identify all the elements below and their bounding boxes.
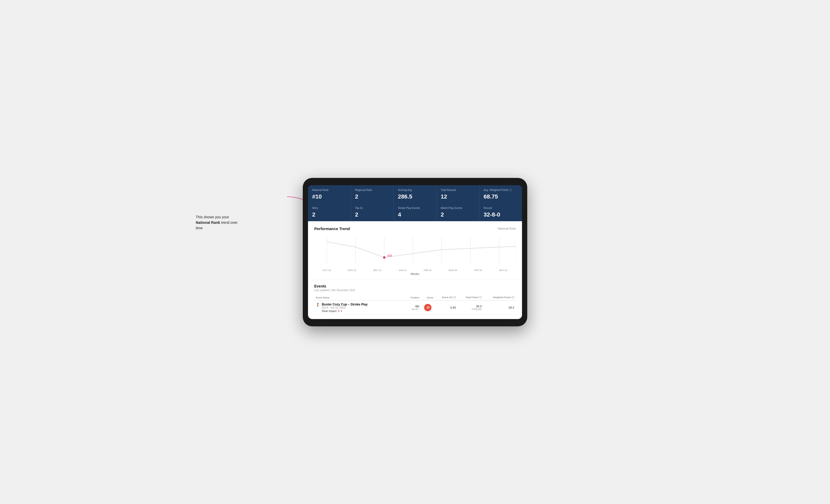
stat-record: Record 32-8-0 [479, 203, 522, 221]
stats-row-1: National Rank #10 Regional Rank 2 Scorin… [308, 185, 522, 203]
col-position: Position [405, 295, 421, 301]
weighted-points: 28.3 [483, 300, 516, 314]
stat-top3s: Top 3s 2 [351, 203, 393, 221]
total-points: 28.3 3 Rounds [457, 300, 483, 314]
event-name-cell: 🏌 Buster Cozy Cup – Stroke Play Oct 9 - … [314, 300, 405, 314]
golf-icon: 🏌 [316, 303, 320, 307]
event-name: Buster Cozy Cup – Stroke Play [322, 303, 368, 306]
events-last-updated: Last updated: 24th November 2023 [314, 289, 516, 292]
annotation-text: This shows you your National Rank trend … [196, 214, 243, 231]
chart-area: #10 [314, 234, 516, 268]
col-score: Score [421, 295, 435, 301]
tablet-screen: National Rank #10 Regional Rank 2 Scorin… [308, 185, 522, 319]
event-sg: 0.45 [435, 300, 457, 314]
stat-stroke-play-events: Stroke Play Events 4 [393, 203, 436, 221]
event-date: Oct 9 - Oct 10, 2023 [322, 306, 368, 309]
svg-text:#10: #10 [387, 254, 392, 257]
rank-impact-down-icon: ▼ [340, 310, 343, 312]
event-score: -22 [421, 300, 435, 314]
stat-match-play-events: Match Play Events 2 [437, 203, 479, 221]
events-table: Event Name Position Score Event SG ⓘ [314, 295, 516, 315]
table-row: 🏌 Buster Cozy Cup – Stroke Play Oct 9 - … [314, 300, 516, 314]
stat-scoring-avg: Scoring Avg. 286.5 [393, 185, 436, 203]
col-total-points: Total Points ⓘ [457, 295, 483, 301]
rank-impact: Rank Impact: 3 ▼ [322, 310, 368, 312]
chart-x-labels: OCT 23 NOV 23 DEC 23 JAN 24 FEB 24 MAR 2… [314, 269, 516, 272]
performance-trend-title: Performance Trend [314, 227, 350, 231]
stat-national-rank: National Rank #10 [308, 185, 351, 203]
score-badge: -22 [424, 304, 432, 311]
col-event-sg: Event SG ⓘ [435, 295, 457, 301]
svg-point-9 [383, 256, 385, 259]
col-weighted-points: Weighted Points ⓘ [483, 295, 516, 301]
col-event-name: Event Name [314, 295, 405, 301]
stats-row-2: Wins 2 Top 3s 2 Stroke Play Events 4 Mat… [308, 203, 522, 221]
performance-trend-section: Performance Trend National Rank [308, 221, 522, 280]
stat-total-rounds: Total Rounds 12 [437, 185, 479, 203]
tablet-device: National Rank #10 Regional Rank 2 Scorin… [303, 178, 527, 326]
stat-regional-rank: Regional Rank 2 [351, 185, 393, 203]
events-title: Events [314, 284, 516, 288]
x-axis-title: Months [314, 273, 516, 275]
chart-svg: #10 [314, 234, 516, 268]
event-position: 6th out of 7 [405, 300, 421, 314]
events-section: Events Last updated: 24th November 2023 … [308, 280, 522, 319]
chart-subtitle: National Rank [498, 227, 516, 230]
stat-avg-weighted-points: Avg. Weighted Points ⓘ 68.75 [479, 185, 522, 203]
stat-wins: Wins 2 [308, 203, 351, 221]
